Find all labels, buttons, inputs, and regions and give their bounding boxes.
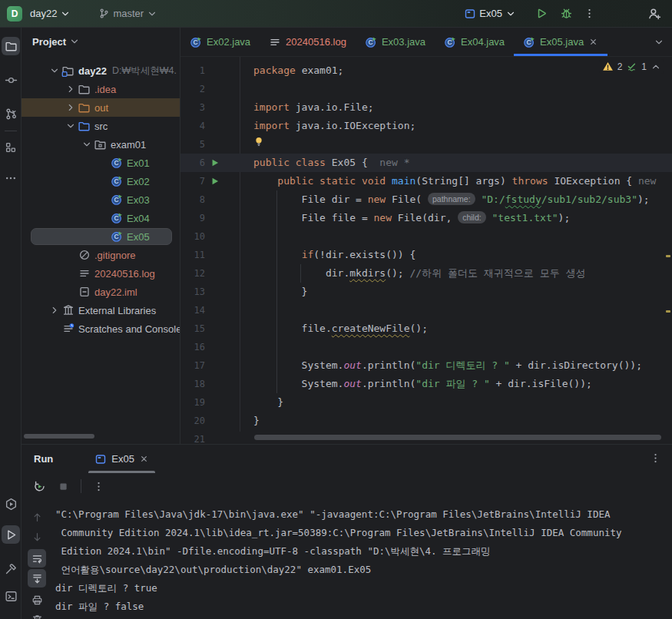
project-horizontal-scrollbar[interactable] — [24, 434, 94, 439]
tree-item-label: 20240516.log — [94, 268, 155, 280]
folder-orange-icon — [77, 101, 91, 114]
chevron-right-icon[interactable] — [64, 84, 77, 94]
run-line-button[interactable] — [207, 172, 223, 190]
clear-console-button[interactable] — [28, 610, 46, 619]
chevron-right-icon[interactable] — [48, 305, 61, 316]
code-line-11[interactable]: 11 if(!dir.exists()) { — [180, 246, 672, 264]
tree-item-Ex04[interactable]: CEx04 — [22, 209, 180, 227]
tab-label: Ex04.java — [461, 36, 505, 48]
code-line-20[interactable]: 20} — [180, 412, 672, 430]
code-line-12[interactable]: 12 dir.mkdirs(); //하위 폴더도 재귀적으로 모두 생성 — [180, 264, 672, 283]
print-button[interactable] — [28, 591, 46, 609]
tree-item-Ex01[interactable]: CEx01 — [22, 154, 180, 172]
tree-item-Ex02[interactable]: CEx02 — [22, 172, 180, 190]
code-line-7[interactable]: 7 public static void main(String[] args)… — [180, 172, 672, 190]
code-line-4[interactable]: 4import java.io.IOException; — [180, 117, 672, 135]
hidden-tabs-chevron-icon[interactable] — [654, 37, 664, 48]
project-widget-button[interactable]: day22 — [25, 5, 75, 22]
run-panel-options-button[interactable] — [650, 452, 661, 464]
console-options-button[interactable] — [93, 481, 104, 492]
chevron-down-icon[interactable] — [64, 121, 77, 131]
code-line-10[interactable]: 10 — [180, 227, 672, 246]
tree-item-.idea[interactable]: .idea — [22, 80, 180, 98]
run-toolwindow-button[interactable] — [2, 525, 20, 544]
git-fork-icon — [5, 108, 18, 121]
editor-tab-20240516.log[interactable]: 20240516.log — [260, 28, 356, 56]
tree-item-.gitignore[interactable]: .gitignore — [22, 246, 180, 264]
code-line-5[interactable]: 5 — [180, 135, 672, 154]
code-line-17[interactable]: 17 System.out.println("dir 디렉토리 ? " + di… — [180, 356, 672, 375]
tree-item-day22[interactable]: day22D:₩박세현₩4. 프로 — [22, 61, 180, 80]
code-line-18[interactable]: 18 System.out.println("dir 파일 ? " + dir.… — [180, 375, 672, 393]
run-line-button[interactable] — [207, 154, 223, 172]
indent-guide — [276, 190, 277, 393]
code-editor[interactable]: 1package exam01;23import java.io.File;4i… — [180, 57, 672, 444]
inspections-widget[interactable]: 2 1 — [599, 59, 664, 74]
editor-tab-Ex03.java[interactable]: CEx03.java — [356, 28, 435, 56]
tree-item-20240516.log[interactable]: 20240516.log — [22, 264, 180, 283]
code-line-13[interactable]: 13 } — [180, 283, 672, 301]
services-toolwindow-button[interactable] — [2, 495, 20, 513]
chevron-right-icon[interactable] — [64, 102, 77, 113]
editor-horizontal-scrollbar[interactable] — [254, 435, 661, 440]
more-toolwindows-button[interactable] — [2, 169, 20, 187]
vcs-toolwindow-button[interactable] — [2, 104, 20, 123]
project-panel-header[interactable]: Project — [22, 28, 180, 55]
code-line-6[interactable]: 6public class Ex05 { new * — [180, 154, 672, 172]
tree-item-Scratches and Consoles[interactable]: Scratches and Consoles — [22, 319, 180, 338]
stop-button[interactable] — [58, 481, 69, 492]
tree-item-Ex05[interactable]: CEx05 — [22, 227, 180, 246]
chevron-down-icon — [505, 8, 516, 19]
tree-item-src[interactable]: src — [22, 117, 180, 135]
tree-item-out[interactable]: out — [22, 98, 180, 117]
run-configuration-selector[interactable]: Ex05 — [459, 5, 521, 23]
rerun-button[interactable] — [33, 480, 46, 493]
code-text: import java.io.IOException; — [253, 117, 415, 135]
app-logo[interactable]: D — [7, 6, 22, 22]
build-toolwindow-button[interactable] — [2, 559, 20, 578]
editor-tab-Ex04.java[interactable]: CEx04.java — [435, 28, 514, 56]
down-stacktrace-button[interactable] — [28, 528, 46, 546]
warning-count: 2 — [617, 61, 623, 72]
gutter-spacer — [207, 80, 223, 98]
scroll-to-end-button[interactable] — [28, 569, 46, 588]
vcs-branch-button[interactable]: master — [94, 5, 162, 22]
code-line-3[interactable]: 3import java.io.File; — [180, 98, 672, 117]
tree-item-Ex03[interactable]: CEx03 — [22, 190, 180, 209]
run-tab[interactable]: Ex05 — [85, 445, 158, 473]
more-actions-button[interactable] — [584, 8, 595, 19]
code-line-19[interactable]: 19 } — [180, 393, 672, 412]
chevron-down-icon[interactable] — [80, 139, 93, 150]
code-text — [253, 135, 264, 154]
code-line-15[interactable]: 15 file.createNewFile(); — [180, 319, 672, 338]
run-button[interactable] — [535, 7, 548, 20]
close-icon[interactable] — [588, 37, 598, 47]
code-line-14[interactable]: 14 — [180, 301, 672, 319]
project-tree: day22D:₩박세현₩4. 프로.ideaoutsrcexam01CEx01C… — [22, 61, 180, 338]
debug-button[interactable] — [560, 7, 573, 20]
tree-item-exam01[interactable]: exam01 — [22, 135, 180, 154]
warning-stripe-mark[interactable] — [666, 310, 670, 313]
code-line-9[interactable]: 9 File file = new File(dir, child: "test… — [180, 209, 672, 227]
commit-toolwindow-button[interactable] — [2, 71, 20, 89]
tree-item-day22.iml[interactable]: day22.iml — [22, 283, 180, 301]
tree-item-External Libraries[interactable]: External Libraries — [22, 301, 180, 319]
code-line-2[interactable]: 2 — [180, 80, 672, 98]
class-icon: C — [523, 36, 535, 48]
terminal-toolwindow-button[interactable] — [2, 587, 20, 605]
tree-item-label: Ex01 — [127, 157, 150, 169]
soft-wrap-button[interactable] — [28, 549, 46, 568]
editor-tab-Ex02.java[interactable]: CEx02.java — [180, 28, 260, 56]
code-line-8[interactable]: 8 File dir = new File( pathname: "D:/fst… — [180, 190, 672, 209]
warning-stripe-mark[interactable] — [666, 255, 670, 257]
up-stacktrace-button[interactable] — [28, 508, 46, 526]
structure-toolwindow-button[interactable] — [2, 138, 20, 157]
code-with-me-button[interactable] — [647, 7, 661, 21]
close-icon[interactable] — [139, 454, 149, 464]
run-toolbar — [22, 473, 672, 499]
code-line-16[interactable]: 16 — [180, 338, 672, 356]
console-output[interactable]: "C:\Program Files\Java\jdk-17\bin\java.e… — [55, 499, 672, 619]
editor-tab-Ex05.java[interactable]: CEx05.java — [514, 28, 607, 56]
project-toolwindow-button[interactable] — [2, 37, 20, 55]
chevron-down-icon[interactable] — [48, 65, 61, 76]
